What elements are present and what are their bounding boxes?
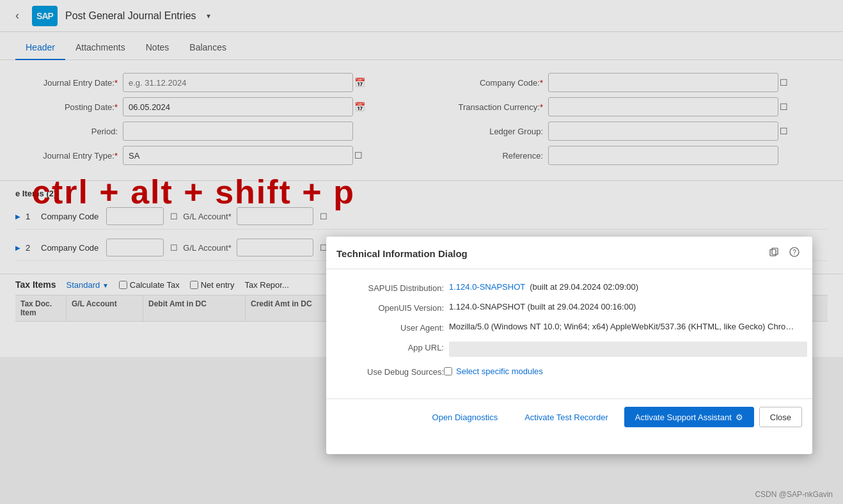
user-agent-label: User Agent: (342, 322, 444, 333)
modal-footer: Open Diagnostics Activate Test Recorder … (326, 398, 812, 435)
debug-sources-label: Use Debug Sources: (342, 366, 444, 377)
modal-header-icons: ? (766, 246, 802, 261)
modal-copy-button[interactable] (766, 246, 782, 261)
modal-header: Technical Information Dialog ? (326, 237, 812, 269)
modal-help-button[interactable]: ? (787, 246, 802, 261)
app-url-label: App URL: (342, 342, 444, 352)
modal-overlay: Technical Information Dialog ? (0, 0, 843, 504)
user-agent-row: User Agent: Mozilla/5.0 (Windows NT 10.0… (342, 322, 797, 333)
svg-text:?: ? (792, 249, 796, 256)
app-url-value (449, 342, 807, 357)
sapui5-label: SAPUI5 Distribution: (342, 282, 444, 293)
debug-sources-row: Use Debug Sources: Select specific modul… (342, 366, 797, 377)
debug-checkbox[interactable] (444, 367, 452, 375)
technical-info-dialog: Technical Information Dialog ? (326, 237, 812, 454)
app-url-row: App URL: (342, 342, 797, 357)
activate-test-recorder-button[interactable]: Activate Test Recorder (514, 407, 619, 427)
close-button[interactable]: Close (759, 407, 802, 427)
activate-support-assistant-button[interactable]: Activate Support Assistant ⚙ (624, 407, 754, 427)
select-modules-link[interactable]: Select specific modules (456, 366, 543, 376)
modal-body: SAPUI5 Distribution: 1.124.0-SNAPSHOT (b… (326, 269, 812, 398)
modal-title: Technical Information Dialog (336, 248, 468, 259)
sapui5-row: SAPUI5 Distribution: 1.124.0-SNAPSHOT (b… (342, 282, 797, 293)
openui5-label: OpenUI5 Version: (342, 302, 444, 313)
openui5-value: 1.124.0-SNAPSHOT (built at 29.04.2024 00… (449, 302, 797, 311)
sapui5-value: 1.124.0-SNAPSHOT (built at 29.04.2024 02… (449, 282, 797, 292)
gear-icon: ⚙ (736, 413, 743, 422)
openui5-row: OpenUI5 Version: 1.124.0-SNAPSHOT (built… (342, 302, 797, 313)
open-diagnostics-button[interactable]: Open Diagnostics (421, 407, 509, 427)
user-agent-value: Mozilla/5.0 (Windows NT 10.0; Win64; x64… (449, 322, 797, 331)
debug-checkbox-wrap: Select specific modules (444, 366, 797, 376)
